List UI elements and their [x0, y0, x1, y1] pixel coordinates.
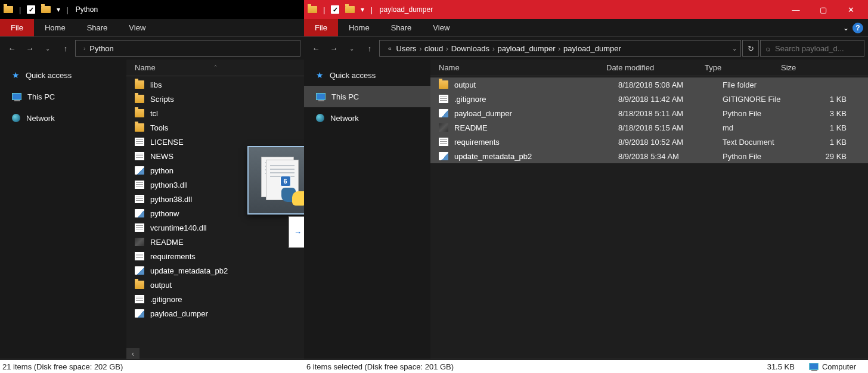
breadcrumb-item[interactable]: Python	[89, 44, 113, 53]
maximize-button[interactable]: ▢	[810, 0, 837, 19]
chevron-right-icon[interactable]: ›	[443, 44, 451, 53]
back-button[interactable]: ←	[308, 40, 324, 57]
file-tab[interactable]: File	[0, 19, 34, 36]
column-name[interactable]: Name	[135, 63, 160, 72]
network-icon	[316, 114, 324, 122]
file-row[interactable]: libs	[126, 77, 304, 92]
file-row[interactable]: README8/18/2018 5:15 AMmd1 KB	[430, 120, 868, 135]
global-status-left: 21 items (Disk free space: 202 GB)	[0, 360, 304, 373]
breadcrumb-bar[interactable]: › Python	[75, 40, 300, 57]
file-type: Text Document	[723, 138, 799, 147]
share-tab[interactable]: Share	[380, 19, 423, 36]
nav-this-pc[interactable]: This PC	[0, 86, 126, 107]
file-row[interactable]: README	[126, 235, 304, 249]
file-date: 8/18/2018 5:08 AM	[618, 80, 717, 89]
close-button[interactable]: ✕	[837, 0, 864, 19]
folder-icon	[308, 6, 317, 13]
forward-button[interactable]: →	[326, 40, 342, 57]
nav-network[interactable]: Network	[0, 107, 126, 129]
nav-network[interactable]: Network	[304, 107, 430, 129]
address-dropdown[interactable]: ⌄	[732, 45, 737, 52]
file-row[interactable]: tcl	[126, 106, 304, 120]
ribbon-expand[interactable]: ⌄	[843, 24, 849, 32]
nav-quick-access[interactable]: ★Quick access	[304, 64, 430, 86]
scroll-left-button[interactable]: ‹	[126, 348, 140, 359]
arrow-right-icon: →	[294, 228, 302, 237]
search-input[interactable]	[775, 44, 859, 53]
breadcrumb-bar[interactable]: « Users › cloud › Downloads › payload_du…	[379, 40, 741, 57]
forward-button[interactable]: →	[21, 40, 38, 57]
column-headers[interactable]: Name Date modified Type Size	[430, 60, 868, 76]
file-tab[interactable]: File	[304, 19, 338, 36]
checkbox-icon[interactable]: ✓	[331, 5, 339, 14]
chevron-right-icon[interactable]: ›	[489, 44, 498, 53]
file-row[interactable]: update_metadata_pb28/9/2018 5:34 AMPytho…	[430, 149, 868, 163]
minimize-button[interactable]: —	[782, 0, 810, 19]
file-type: md	[723, 123, 799, 132]
back-button[interactable]: ←	[4, 40, 20, 57]
file-name: .gitignore	[454, 95, 486, 104]
nav-this-pc[interactable]: This PC	[304, 86, 430, 107]
global-status-right: 6 items selected (Disk free space: 201 G…	[304, 360, 868, 373]
file-row[interactable]: payload_dumper8/18/2018 5:11 AMPython Fi…	[430, 106, 868, 120]
file-row[interactable]: .gitignore	[126, 292, 304, 306]
refresh-button[interactable]: ↻	[742, 40, 759, 57]
separator: |	[323, 5, 325, 14]
up-button[interactable]: ↑	[361, 40, 378, 57]
file-type: GITIGNORE File	[723, 95, 799, 104]
folder-icon	[345, 6, 355, 13]
file-list-right[interactable]: Name Date modified Type Size output8/18/…	[430, 60, 868, 359]
chevron-right-icon[interactable]: ›	[555, 44, 563, 53]
file-row[interactable]: Scripts	[126, 92, 304, 106]
chevron-right-icon[interactable]: ›	[417, 44, 425, 53]
breadcrumb-item[interactable]: payload_dumper	[498, 44, 556, 53]
file-row[interactable]: output	[126, 278, 304, 292]
qat-dropdown[interactable]: ▾	[361, 5, 364, 14]
file-row[interactable]: vcruntime140.dll	[126, 220, 304, 235]
column-name[interactable]: Name	[439, 63, 606, 72]
search-box[interactable]: ⌕	[760, 40, 864, 57]
folder-icon	[135, 281, 144, 289]
md-icon	[135, 238, 144, 246]
titlebar-left[interactable]: | ✓ ▾ | Python	[0, 0, 304, 19]
breadcrumb-item[interactable]: payload_dumper	[563, 44, 621, 53]
recent-locations[interactable]: ⌄	[343, 40, 360, 57]
breadcrumb-item[interactable]: cloud	[424, 44, 443, 53]
nav-label: Network	[330, 114, 359, 123]
home-tab[interactable]: Home	[34, 19, 76, 36]
txt-icon	[135, 195, 144, 203]
chevron-right-icon[interactable]: ›	[83, 45, 86, 52]
column-size[interactable]: Size	[781, 63, 868, 72]
file-row[interactable]: requirements	[126, 249, 304, 263]
separator: |	[370, 5, 372, 14]
nav-quick-access[interactable]: ★Quick access	[0, 64, 126, 86]
view-tab[interactable]: View	[118, 19, 156, 36]
py-icon	[135, 266, 144, 275]
checkbox-icon[interactable]: ✓	[27, 5, 35, 14]
file-row[interactable]: update_metadata_pb2	[126, 263, 304, 278]
breadcrumb-item[interactable]: Users	[396, 44, 417, 53]
file-row[interactable]: Tools	[126, 120, 304, 135]
titlebar-right[interactable]: | ✓ ▾ | payload_dumper — ▢ ✕	[304, 0, 868, 19]
column-date[interactable]: Date modified	[606, 63, 705, 72]
file-row[interactable]: payload_dumper	[126, 306, 304, 321]
help-button[interactable]: ?	[852, 23, 863, 33]
view-tab[interactable]: View	[422, 19, 460, 36]
file-name: pythonw	[150, 209, 179, 218]
column-type[interactable]: Type	[705, 63, 781, 72]
txt-icon	[135, 152, 144, 160]
file-name: update_metadata_pb2	[454, 152, 532, 161]
file-name: requirements	[454, 138, 500, 147]
file-row[interactable]: output8/18/2018 5:08 AMFile folder	[430, 77, 868, 92]
up-button[interactable]: ↑	[57, 40, 74, 57]
file-row[interactable]: .gitignore8/9/2018 11:42 AMGITIGNORE Fil…	[430, 92, 868, 106]
column-headers[interactable]: Name ˄	[126, 60, 304, 76]
qat-dropdown[interactable]: ▾	[57, 5, 60, 14]
md-icon	[439, 123, 448, 132]
home-tab[interactable]: Home	[338, 19, 380, 36]
breadcrumb-overflow[interactable]: «	[387, 45, 393, 52]
file-row[interactable]: requirements8/9/2018 10:52 AMText Docume…	[430, 135, 868, 149]
share-tab[interactable]: Share	[76, 19, 119, 36]
recent-locations[interactable]: ⌄	[39, 40, 56, 57]
breadcrumb-item[interactable]: Downloads	[451, 44, 489, 53]
